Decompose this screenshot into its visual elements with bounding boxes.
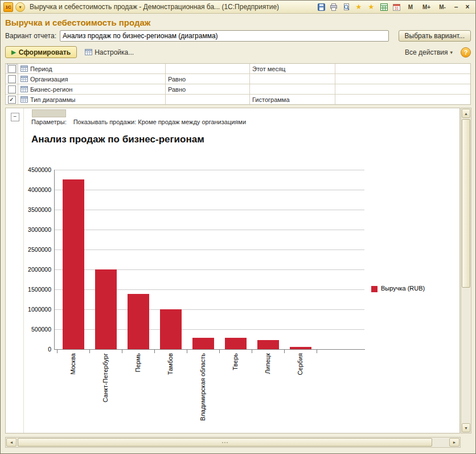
memory-m-button[interactable]: M (403, 2, 418, 12)
filter-condition-cell[interactable]: Равно (166, 84, 250, 94)
filter-condition-cell[interactable]: Равно (166, 74, 250, 84)
app-logo-icon: 1С (3, 2, 13, 12)
scroll-right-button[interactable]: ► (449, 438, 459, 447)
filter-extra-cell (335, 74, 470, 84)
x-axis-tick (187, 350, 187, 353)
calculator-button[interactable] (378, 2, 389, 12)
chart-bar-Тамбов (160, 309, 182, 349)
x-axis-tick (89, 350, 90, 353)
filter-checkbox-cell[interactable] (6, 64, 18, 73)
close-button[interactable]: × (462, 3, 473, 11)
chart-bar-Пермь (128, 294, 149, 349)
variant-input[interactable] (60, 30, 389, 42)
play-icon: ▶ (11, 50, 16, 55)
generate-button[interactable]: ▶ Сформировать (5, 46, 77, 58)
filter-row-period: Период Этот месяц (6, 64, 470, 74)
favorites-button[interactable]: ★ (366, 2, 377, 12)
report-canvas: Параметры: Показывать продажи: Кроме про… (24, 108, 459, 433)
calculator-icon (380, 3, 388, 11)
filter-name-cell[interactable]: Период (18, 64, 166, 73)
all-actions-button[interactable]: Все действия ▾ (403, 47, 455, 58)
chart-type-field-icon (20, 96, 28, 103)
y-axis-label: 3500000 (24, 206, 51, 213)
filter-checkbox-cell[interactable] (6, 84, 18, 94)
scroll-up-button[interactable]: ▲ (462, 109, 470, 118)
chart-bar-Владимирская область (192, 338, 214, 349)
chart-bar-Москва (63, 179, 84, 349)
bottom-strip (1, 448, 475, 453)
chart-gridline (55, 210, 364, 210)
star-plus-icon: ★ (356, 3, 362, 10)
filter-extra-cell (335, 84, 470, 94)
chart-type-checkbox[interactable]: ✓ (8, 96, 16, 104)
choose-variant-button[interactable]: Выбрать вариант... (399, 30, 471, 42)
filter-name-cell[interactable]: Организация (18, 74, 166, 84)
x-axis-label: Тверь (232, 353, 239, 370)
filter-name: Тип диаграммы (30, 96, 75, 103)
horizontal-scroll-thumb[interactable] (18, 438, 432, 447)
filter-condition-cell[interactable] (166, 64, 250, 73)
minimize-button[interactable]: – (451, 3, 461, 11)
x-axis-label: Липецк (264, 353, 271, 374)
scroll-left-button[interactable]: ◄ (6, 438, 17, 447)
horizontal-scrollbar[interactable]: ◄ ► (5, 437, 461, 448)
settings-icon (85, 48, 92, 56)
filter-checkbox-cell[interactable]: ✓ (6, 95, 18, 104)
add-favorite-button[interactable]: ★ (353, 2, 364, 12)
chart-bar-Санкт-Петербург (95, 269, 117, 349)
title-bar: 1С ▾ Выручка и себестоимость продаж - Де… (1, 1, 475, 14)
report-body: − Параметры: Показывать продажи: Кроме п… (5, 108, 460, 433)
print-preview-button[interactable] (340, 2, 352, 12)
filter-name-cell[interactable]: Бизнес-регион (18, 84, 166, 94)
save-button[interactable] (315, 2, 327, 12)
memory-m-minus-button[interactable]: M- (435, 2, 450, 12)
memory-m-plus-button[interactable]: M+ (419, 2, 434, 12)
filter-condition-cell[interactable] (166, 95, 250, 104)
chart-gridline (55, 170, 364, 170)
vertical-scroll-thumb[interactable] (462, 119, 470, 288)
settings-button[interactable]: Настройка... (83, 47, 136, 58)
horizontal-scroll-track[interactable] (18, 438, 448, 447)
x-axis-tick (57, 350, 58, 353)
organization-checkbox[interactable] (8, 75, 16, 83)
help-button[interactable]: ? (461, 47, 471, 58)
y-axis-label: 0 (24, 346, 51, 353)
x-axis-tick (122, 350, 122, 353)
filter-name-cell[interactable]: Тип диаграммы (18, 95, 166, 104)
main-menu-button[interactable]: ▾ (15, 2, 25, 12)
x-axis-tick (284, 350, 285, 353)
page-title: Выручка и себестоимость продаж (1, 14, 475, 28)
filter-value-cell[interactable] (250, 84, 335, 94)
filter-extra-cell (335, 64, 470, 73)
grouping-gutter: − (6, 108, 24, 433)
business-region-checkbox[interactable] (8, 85, 16, 93)
print-icon (330, 3, 338, 11)
y-axis-label: 2500000 (24, 246, 51, 253)
x-axis-tick (252, 350, 252, 353)
filter-checkbox-cell[interactable] (6, 74, 18, 84)
period-field-icon (20, 65, 28, 72)
variant-row: Вариант отчета: Выбрать вариант... (1, 28, 475, 43)
period-checkbox[interactable] (8, 65, 16, 73)
window-title: Выручка и себестоимость продаж - Демонст… (30, 3, 313, 11)
filter-value-cell[interactable] (250, 74, 335, 84)
calendar-button[interactable]: 31 (391, 2, 402, 12)
chart-bar-Липецк (257, 340, 279, 349)
scroll-down-button[interactable]: ▼ (462, 423, 470, 432)
settings-label: Настройка... (95, 48, 134, 56)
legend-label: Выручка (RUB) (381, 285, 425, 292)
report-area: − Параметры: Показывать продажи: Кроме п… (5, 108, 471, 433)
y-axis-label: 4000000 (24, 186, 51, 193)
filter-row-organization: Организация Равно (6, 74, 470, 84)
collapse-group-button[interactable]: − (11, 113, 19, 121)
filter-row-business-region: Бизнес-регион Равно (6, 84, 470, 95)
variant-label: Вариант отчета: (5, 32, 56, 40)
app-window: 1С ▾ Выручка и себестоимость продаж - Де… (0, 0, 476, 454)
print-button[interactable] (328, 2, 339, 12)
vertical-scrollbar[interactable]: ▲ ▼ (461, 108, 471, 433)
x-axis-label: Тамбов (167, 353, 174, 375)
vertical-scroll-track[interactable] (462, 118, 470, 423)
star-icon: ★ (368, 3, 375, 10)
filter-value-cell[interactable]: Гистограмма (250, 95, 335, 104)
filter-value-cell[interactable]: Этот месяц (250, 64, 335, 73)
